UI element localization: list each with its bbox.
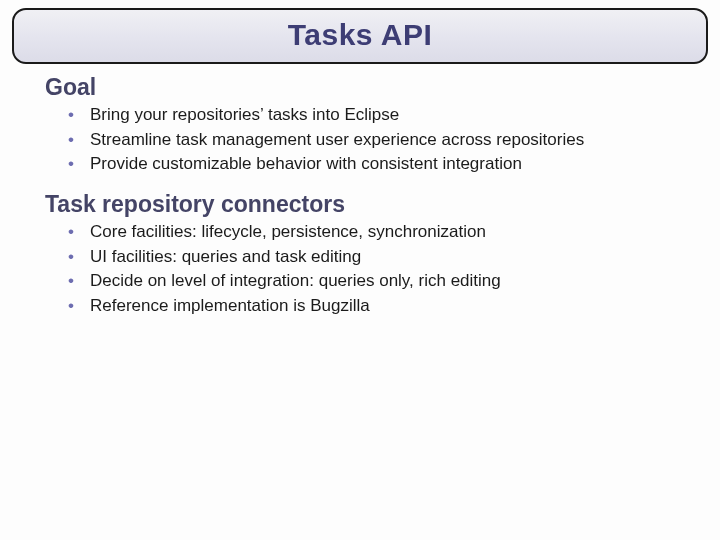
list-item: Reference implementation is Bugzilla [68, 294, 710, 319]
list-item: UI facilities: queries and task editing [68, 245, 710, 270]
title-box: Tasks API [12, 8, 708, 64]
list-item: Provide customizable behavior with consi… [68, 152, 710, 177]
slide: Tasks API Goal Bring your repositories’ … [0, 0, 720, 540]
section-heading-goal: Goal [45, 74, 710, 101]
list-item: Streamline task management user experien… [68, 128, 710, 153]
bullet-list-goal: Bring your repositories’ tasks into Ecli… [68, 103, 710, 177]
list-item: Bring your repositories’ tasks into Ecli… [68, 103, 710, 128]
bullet-list-connectors: Core facilities: lifecycle, persistence,… [68, 220, 710, 319]
section-heading-connectors: Task repository connectors [45, 191, 710, 218]
list-item: Core facilities: lifecycle, persistence,… [68, 220, 710, 245]
list-item: Decide on level of integration: queries … [68, 269, 710, 294]
slide-title: Tasks API [14, 18, 706, 52]
